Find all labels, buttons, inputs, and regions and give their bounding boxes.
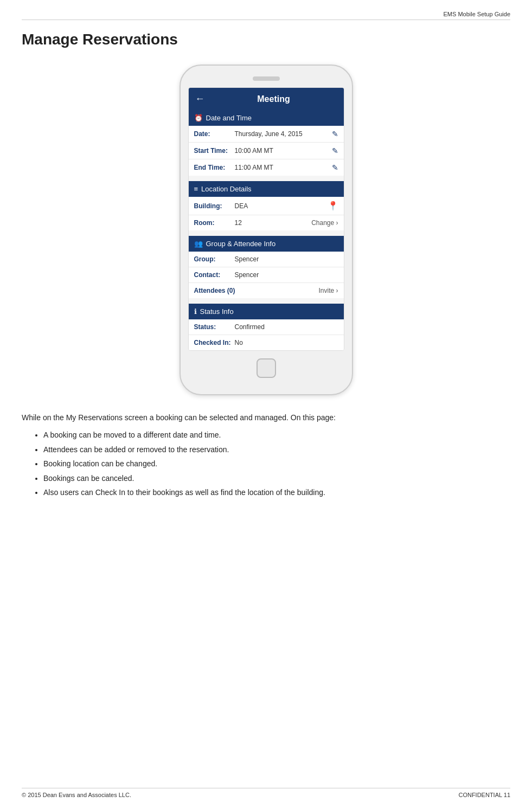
status-label: Status Info: [200, 307, 234, 316]
pin-icon[interactable]: 📍: [328, 201, 338, 211]
list-item: Also users can Check In to their booking…: [43, 486, 510, 498]
room-label: Room:: [194, 219, 235, 227]
group-name-label: Group:: [194, 255, 235, 263]
list-icon: ≡: [194, 185, 198, 193]
phone-mockup-wrapper: ← Meeting ⏰ Date and Time Date: Thursday…: [22, 65, 510, 395]
doc-footer: © 2015 Dean Evans and Associates LLC. CO…: [22, 788, 510, 798]
info-icon: ℹ: [194, 307, 197, 316]
status-value: Confirmed: [235, 323, 338, 331]
start-time-edit-icon[interactable]: ✎: [332, 146, 338, 155]
end-time-edit-icon[interactable]: ✎: [332, 163, 338, 172]
date-field-row: Date: Thursday, June 4, 2015 ✎: [189, 126, 344, 143]
contact-field-row: Contact: Spencer: [189, 267, 344, 283]
bullet-list: A booking can be moved to a different da…: [22, 429, 510, 498]
group-field-row: Group: Spencer: [189, 252, 344, 267]
group-name-value: Spencer: [235, 255, 338, 263]
clock-icon: ⏰: [194, 114, 203, 122]
date-edit-icon[interactable]: ✎: [332, 130, 338, 138]
date-label: Date:: [194, 130, 235, 138]
change-room-button[interactable]: Change ›: [311, 219, 338, 227]
building-value: DEA: [235, 202, 328, 210]
phone-home-button[interactable]: [257, 358, 276, 378]
attendees-label: Attendees (0): [194, 287, 235, 294]
room-field-row: Room: 12 Change ›: [189, 215, 344, 230]
list-item: A booking can be moved to a different da…: [43, 429, 510, 441]
list-item: Attendees can be added or removed to the…: [43, 444, 510, 455]
footer-copyright: © 2015 Dean Evans and Associates LLC.: [22, 792, 131, 798]
gap-1: [189, 176, 344, 181]
status-section-header: ℹ Status Info: [189, 304, 344, 319]
room-value: 12: [235, 219, 312, 227]
gap-2: [189, 230, 344, 236]
gap-3: [189, 298, 344, 304]
page-title: Manage Reservations: [22, 31, 510, 48]
phone-mockup: ← Meeting ⏰ Date and Time Date: Thursday…: [180, 65, 353, 395]
end-time-field-row: End Time: 11:00 AM MT ✎: [189, 159, 344, 176]
date-time-section-header: ⏰ Date and Time: [189, 110, 344, 126]
invite-button[interactable]: Invite ›: [318, 287, 338, 294]
date-value: Thursday, June 4, 2015: [235, 130, 332, 138]
building-field-row: Building: DEA 📍: [189, 197, 344, 215]
end-time-label: End Time:: [194, 164, 235, 171]
back-arrow-icon[interactable]: ←: [195, 93, 205, 105]
status-name-label: Status:: [194, 323, 235, 331]
start-time-field-row: Start Time: 10:00 AM MT ✎: [189, 143, 344, 159]
building-label: Building:: [194, 202, 235, 210]
nav-title: Meeting: [210, 94, 337, 104]
invite-chevron-icon: ›: [336, 287, 338, 294]
start-time-label: Start Time:: [194, 147, 235, 155]
checked-in-label: Checked In:: [194, 339, 235, 346]
contact-label: Contact:: [194, 271, 235, 279]
date-time-label: Date and Time: [206, 114, 252, 122]
end-time-value: 11:00 AM MT: [235, 164, 332, 171]
location-section-header: ≡ Location Details: [189, 181, 344, 197]
group-icon: 👥: [194, 240, 203, 248]
status-section: ℹ Status Info Status: Confirmed Checked …: [189, 304, 344, 350]
phone-speaker-area: [188, 76, 344, 81]
phone-home-area: [188, 358, 344, 378]
chevron-icon: ›: [336, 219, 338, 227]
group-section-header: 👥 Group & Attendee Info: [189, 236, 344, 252]
group-label: Group & Attendee Info: [206, 240, 276, 248]
description-section: While on the My Reservations screen a bo…: [22, 412, 510, 498]
location-section: ≡ Location Details Building: DEA 📍 Room:…: [189, 181, 344, 230]
status-field-row: Status: Confirmed: [189, 319, 344, 335]
start-time-value: 10:00 AM MT: [235, 147, 332, 155]
attendees-field-row: Attendees (0) Invite ›: [189, 283, 344, 298]
phone-speaker: [253, 76, 280, 81]
list-item: Booking location can be changed.: [43, 458, 510, 470]
group-section: 👥 Group & Attendee Info Group: Spencer C…: [189, 236, 344, 298]
description-intro: While on the My Reservations screen a bo…: [22, 412, 510, 423]
list-item: Bookings can be canceled.: [43, 472, 510, 484]
checked-in-field-row: Checked In: No: [189, 335, 344, 350]
nav-bar: ← Meeting: [189, 88, 344, 110]
footer-confidential: CONFIDENTIAL 11: [458, 792, 510, 798]
document-header: EMS Mobile Setup Guide: [22, 11, 510, 20]
date-time-section: ⏰ Date and Time Date: Thursday, June 4, …: [189, 110, 344, 176]
checked-in-value: No: [235, 339, 338, 346]
document-title: EMS Mobile Setup Guide: [443, 11, 510, 17]
phone-screen: ← Meeting ⏰ Date and Time Date: Thursday…: [188, 87, 344, 351]
contact-value: Spencer: [235, 271, 338, 279]
location-label: Location Details: [201, 185, 252, 193]
